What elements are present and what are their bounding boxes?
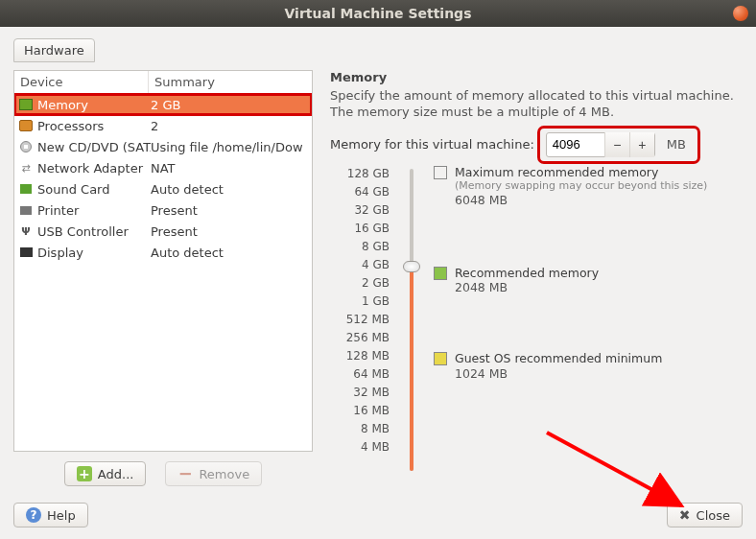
device-row-cddvd[interactable]: New CD/DVD (SATA) Using file /home/lin/D… bbox=[14, 136, 312, 157]
memory-decrement-button[interactable]: − bbox=[604, 132, 629, 157]
sound-icon bbox=[18, 182, 34, 196]
memory-field-label: Memory for this virtual machine: bbox=[330, 137, 534, 152]
device-row-display[interactable]: Display Auto detect bbox=[14, 242, 312, 263]
titlebar: Virtual Machine Settings bbox=[0, 0, 756, 27]
device-label: Sound Card bbox=[37, 182, 151, 197]
device-label: Network Adapter bbox=[37, 161, 151, 176]
close-button[interactable]: ✖ Close bbox=[667, 503, 743, 527]
memory-input[interactable] bbox=[547, 133, 604, 155]
annotation-highlight: − + MB bbox=[542, 130, 696, 159]
disc-icon bbox=[18, 140, 34, 153]
help-button[interactable]: ? Help bbox=[13, 503, 88, 527]
device-row-printer[interactable]: Printer Present bbox=[14, 199, 312, 221]
device-row-processors[interactable]: Processors 2 bbox=[14, 115, 312, 136]
window-title: Virtual Machine Settings bbox=[285, 6, 472, 21]
device-label: Memory bbox=[37, 98, 151, 112]
panel-description: Specify the amount of memory allocated t… bbox=[330, 88, 739, 121]
help-icon: ? bbox=[26, 507, 41, 523]
usb-icon: Ψ bbox=[18, 224, 34, 238]
tab-hardware[interactable]: Hardware bbox=[13, 38, 95, 62]
memory-unit: MB bbox=[661, 137, 692, 152]
minus-icon: − bbox=[177, 466, 193, 481]
slider-thumb[interactable] bbox=[403, 261, 420, 272]
device-row-memory[interactable]: Memory 2 GB bbox=[14, 94, 312, 115]
tab-bar: Hardware bbox=[13, 38, 743, 62]
device-row-usb[interactable]: Ψ USB Controller Present bbox=[14, 221, 312, 242]
device-label: New CD/DVD (SATA) bbox=[37, 140, 151, 154]
memory-legend: Maximum recommended memory (Memory swapp… bbox=[434, 165, 739, 475]
device-label: USB Controller bbox=[37, 224, 151, 239]
display-icon bbox=[18, 246, 34, 259]
help-label: Help bbox=[47, 508, 76, 523]
device-label: Display bbox=[37, 246, 151, 260]
device-summary: 2 bbox=[151, 119, 308, 133]
legend-swatch-rec bbox=[434, 267, 447, 280]
add-label: Add... bbox=[98, 467, 134, 481]
legend-rec-value: 2048 MB bbox=[455, 280, 599, 295]
device-summary: 2 GB bbox=[151, 98, 308, 112]
window-close-button[interactable] bbox=[733, 6, 748, 21]
device-row-sound[interactable]: Sound Card Auto detect bbox=[14, 178, 312, 199]
device-summary: Using file /home/lin/Dow bbox=[151, 140, 308, 154]
device-summary: Present bbox=[151, 203, 308, 218]
legend-swatch-max bbox=[434, 166, 447, 179]
legend-swatch-min bbox=[434, 352, 447, 365]
memory-slider[interactable] bbox=[401, 165, 422, 475]
cpu-icon bbox=[18, 119, 34, 132]
memory-tick-labels: 128 GB 64 GB 32 GB 16 GB 8 GB 4 GB 2 GB … bbox=[330, 165, 390, 475]
plus-icon: + bbox=[77, 466, 92, 481]
device-summary: NAT bbox=[151, 161, 308, 176]
remove-device-button: − Remove bbox=[165, 461, 262, 486]
legend-max-sub: (Memory swapping may occur beyond this s… bbox=[455, 179, 707, 193]
memory-spinner[interactable]: − + bbox=[546, 132, 655, 157]
legend-max-value: 6048 MB bbox=[455, 193, 707, 208]
col-header-summary[interactable]: Summary bbox=[149, 71, 312, 93]
legend-max-title: Maximum recommended memory bbox=[455, 165, 707, 180]
close-icon: ✖ bbox=[679, 507, 691, 523]
slider-fill bbox=[410, 266, 413, 471]
device-label: Printer bbox=[37, 203, 151, 218]
legend-min-value: 1024 MB bbox=[455, 366, 662, 382]
device-table-header: Device Summary bbox=[14, 71, 312, 94]
close-label: Close bbox=[697, 508, 730, 523]
legend-rec-title: Recommended memory bbox=[455, 266, 599, 281]
memory-increment-button[interactable]: + bbox=[629, 132, 654, 157]
printer-icon bbox=[18, 203, 34, 217]
device-summary: Present bbox=[151, 224, 308, 239]
col-header-device[interactable]: Device bbox=[14, 71, 149, 93]
add-device-button[interactable]: + Add... bbox=[64, 461, 147, 486]
device-summary: Auto detect bbox=[151, 182, 308, 197]
device-table: Device Summary Memory 2 GB Processors 2 … bbox=[13, 70, 313, 452]
device-label: Processors bbox=[37, 119, 151, 133]
memory-icon bbox=[18, 98, 34, 111]
network-icon: ⇄ bbox=[18, 161, 34, 175]
device-row-network[interactable]: ⇄ Network Adapter NAT bbox=[14, 157, 312, 178]
legend-min-title: Guest OS recommended minimum bbox=[455, 351, 662, 366]
remove-label: Remove bbox=[199, 467, 249, 481]
panel-heading: Memory bbox=[330, 70, 739, 84]
device-summary: Auto detect bbox=[151, 246, 308, 260]
